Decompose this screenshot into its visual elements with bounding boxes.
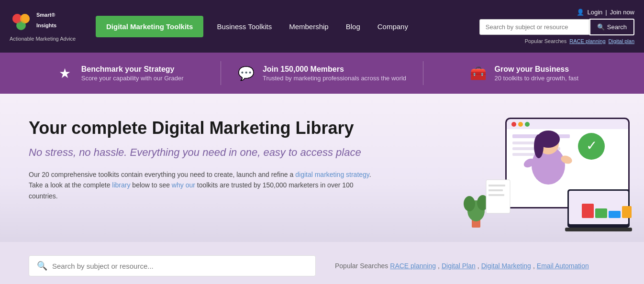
search-btn-label: Search [607,23,627,31]
hero-body: Our 20 comprehensive toolkits contain ev… [29,169,373,201]
nav-company[interactable]: Company [369,18,417,35]
popular-main-digital-plan[interactable]: Digital Plan [442,262,476,270]
toolbox-icon: 🧰 [470,66,487,81]
hero-content: Your complete Digital Marketing Library … [29,118,373,201]
banner-item-grow: 🧰 Grow your Business 20 toolkits to driv… [423,65,625,82]
main-search-input[interactable] [52,262,308,270]
digital-marketing-toolkits-btn[interactable]: Digital Marketing Toolkits [96,16,203,37]
nav-business-toolkits[interactable]: Business Toolkits [208,18,280,35]
nav-membership[interactable]: Membership [280,18,337,35]
main-search-icon: 🔍 [37,261,47,271]
hero-title: Your complete Digital Marketing Library [29,118,373,138]
svg-point-25 [534,134,544,158]
svg-rect-21 [622,206,632,218]
svg-rect-17 [565,228,632,231]
search-icon: 🔍 [597,23,605,31]
header: Smart® Insights Actionable Marketing Adv… [0,0,644,53]
chat-icon: 💬 [238,66,255,81]
hero-link-why[interactable]: why our [172,181,195,189]
header-search-bar: 🔍 Search [479,19,634,35]
user-icon: 👤 [577,9,584,16]
header-right: 👤 Login | Join now 🔍 Search Popular Sear… [479,9,634,44]
banner-item-members: 💬 Join 150,000 Members Trusted by market… [221,65,422,82]
popular-main-email-automation[interactable]: Email Automation [537,262,589,270]
main-search-bar: 🔍 [29,255,316,276]
brand-logo-icon [10,11,33,34]
banner-title-benchmark: Benchmark your Strategy [81,65,184,74]
popular-searches-label: Popular Searches [525,38,566,44]
popular-main-race[interactable]: RACE planning [390,262,436,270]
banner-item-members-text: Join 150,000 Members Trusted by marketin… [263,65,406,82]
popular-searches-main-label: Popular Searches [335,262,388,270]
header-search-button[interactable]: 🔍 Search [589,19,634,35]
svg-point-32 [464,196,475,211]
banner-title-members: Join 150,000 Members [263,65,406,74]
star-icon: ★ [56,66,74,81]
banner-strip: ★ Benchmark your Strategy Score your cap… [0,53,644,94]
popular-link-race[interactable]: RACE planning [569,38,605,44]
popular-link-digital-plan[interactable]: Digital plan [609,38,634,44]
svg-rect-36 [489,189,503,191]
login-link[interactable]: Login [587,9,602,16]
popular-main-digital-marketing[interactable]: Digital Marketing [481,262,531,270]
svg-point-8 [518,122,523,127]
svg-rect-35 [489,185,505,186]
main-popular-searches: Popular Searches RACE planning, Digital … [335,262,589,270]
svg-text:✓: ✓ [586,138,597,153]
svg-rect-20 [609,211,621,218]
hero-link-digital-marketing[interactable]: digital marketing strategy [295,171,369,178]
hero-illustration: ✓ [443,108,644,242]
logo-top: Smart® Insights [10,11,56,34]
banner-item-benchmark: ★ Benchmark your Strategy Score your cap… [19,65,221,82]
svg-point-4 [20,14,30,23]
hero-subtitle: No stress, no hassle. Everything you nee… [29,146,373,160]
header-popular-searches: Popular Searches RACE planning Digital p… [525,38,634,44]
svg-rect-16 [569,191,628,224]
banner-item-grow-text: Grow your Business 20 toolkits to drive … [495,65,579,82]
main-nav: Digital Marketing Toolkits Business Tool… [96,16,479,37]
header-search-input[interactable] [479,19,589,35]
login-separator: | [605,9,607,16]
join-link[interactable]: Join now [610,9,634,16]
svg-rect-19 [595,208,607,218]
search-section: 🔍 Popular Searches RACE planning, Digita… [0,242,644,284]
svg-rect-18 [582,204,594,218]
banner-subtitle-grow: 20 toolkits to drive growth, fast [495,75,579,82]
svg-rect-37 [489,194,504,196]
hero-section: Your complete Digital Marketing Library … [0,94,644,242]
login-area: 👤 Login | Join now [577,9,634,16]
banner-title-grow: Grow your Business [495,65,579,74]
brand-name: Smart® Insights [36,12,56,33]
hero-link-library[interactable]: library [112,181,130,189]
logo-tagline: Actionable Marketing Advice [10,36,76,42]
svg-point-7 [511,122,516,127]
banner-subtitle-members: Trusted by marketing professionals acros… [263,75,406,82]
banner-item-benchmark-text: Benchmark your Strategy Score your capab… [81,65,184,82]
nav-blog[interactable]: Blog [337,18,369,35]
banner-subtitle-benchmark: Score your capability with our Grader [81,75,184,82]
logo-area: Smart® Insights Actionable Marketing Adv… [10,11,86,42]
svg-point-9 [525,122,530,127]
